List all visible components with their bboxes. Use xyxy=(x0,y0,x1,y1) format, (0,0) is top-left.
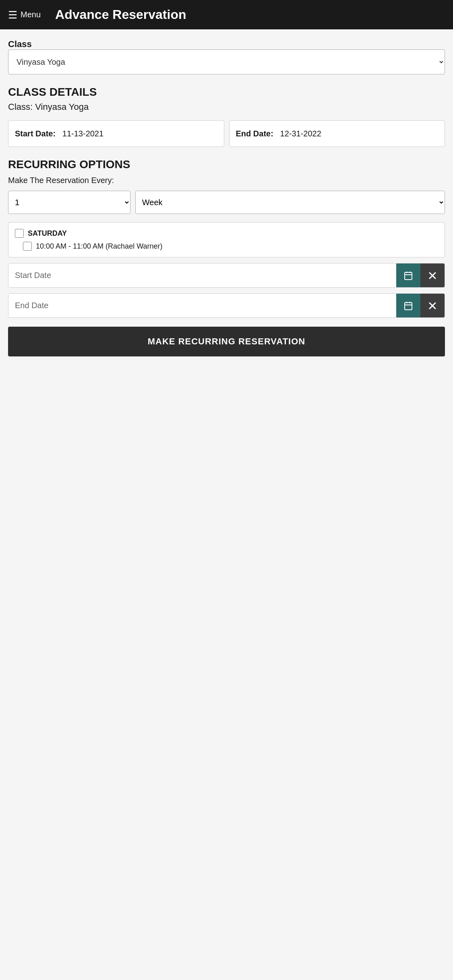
recurring-options-heading: RECURRING OPTIONS xyxy=(8,158,445,171)
start-date-input-row xyxy=(8,263,445,288)
menu-label: Menu xyxy=(21,10,41,19)
start-date-box: Start Date: 11-13-2021 xyxy=(8,120,224,147)
clear-icon xyxy=(428,271,437,280)
header: ☰ Menu Advance Reservation xyxy=(0,0,453,29)
clear-icon-2 xyxy=(428,301,437,311)
start-date-label: Start Date: xyxy=(15,129,56,138)
class-name-text: Class: Vinyasa Yoga xyxy=(8,102,445,112)
saturday-time-label: 10:00 AM - 11:00 AM (Rachael Warner) xyxy=(36,242,162,251)
start-date-calendar-button[interactable] xyxy=(396,264,420,287)
date-row: Start Date: 11-13-2021 End Date: 12-31-2… xyxy=(8,120,445,147)
class-name-prefix: Class: xyxy=(8,102,35,112)
main-content: Class Vinyasa Yoga Hatha Yoga Pilates Zu… xyxy=(0,29,453,374)
end-date-label: End Date: xyxy=(236,129,273,138)
class-label: Class xyxy=(8,39,32,49)
saturday-time-row: 10:00 AM - 11:00 AM (Rachael Warner) xyxy=(15,242,438,251)
end-date-clear-button[interactable] xyxy=(420,294,445,317)
day-time-box: SATURDAY 10:00 AM - 11:00 AM (Rachael Wa… xyxy=(8,222,445,257)
recurring-options-section: RECURRING OPTIONS Make The Reservation E… xyxy=(8,158,445,356)
class-details-heading: CLASS DETAILS xyxy=(8,86,445,99)
end-date-input-row xyxy=(8,293,445,318)
class-section: Class Vinyasa Yoga Hatha Yoga Pilates Zu… xyxy=(8,39,445,86)
recurring-subtext: Make The Reservation Every: xyxy=(8,176,445,185)
saturday-time-checkbox[interactable] xyxy=(23,242,32,251)
class-select[interactable]: Vinyasa Yoga Hatha Yoga Pilates Zumba xyxy=(8,49,445,74)
saturday-checkbox[interactable] xyxy=(15,229,24,238)
saturday-day-row: SATURDAY xyxy=(15,229,438,238)
make-recurring-reservation-button[interactable]: MAKE RECURRING RESERVATION xyxy=(8,327,445,356)
start-date-clear-button[interactable] xyxy=(420,264,445,287)
svg-rect-6 xyxy=(405,303,412,310)
frequency-period-select[interactable]: Day Week Month xyxy=(135,191,445,214)
calendar-icon xyxy=(403,271,413,280)
class-details-section: CLASS DETAILS Class: Vinyasa Yoga Start … xyxy=(8,86,445,147)
class-name-value: Vinyasa Yoga xyxy=(35,102,89,112)
frequency-row: 1 2 3 4 Day Week Month xyxy=(8,191,445,214)
end-date-value: 12-31-2022 xyxy=(280,129,321,138)
start-date-input[interactable] xyxy=(8,264,396,287)
end-date-input[interactable] xyxy=(8,294,396,317)
frequency-number-select[interactable]: 1 2 3 4 xyxy=(8,191,130,214)
start-date-value: 11-13-2021 xyxy=(62,129,103,138)
calendar-icon-2 xyxy=(403,301,413,311)
hamburger-icon: ☰ xyxy=(8,10,17,20)
svg-rect-0 xyxy=(405,272,412,280)
saturday-label: SATURDAY xyxy=(28,229,67,238)
page-title: Advance Reservation xyxy=(55,7,186,22)
end-date-calendar-button[interactable] xyxy=(396,294,420,317)
menu-button[interactable]: ☰ Menu xyxy=(8,10,41,20)
end-date-box: End Date: 12-31-2022 xyxy=(229,120,445,147)
